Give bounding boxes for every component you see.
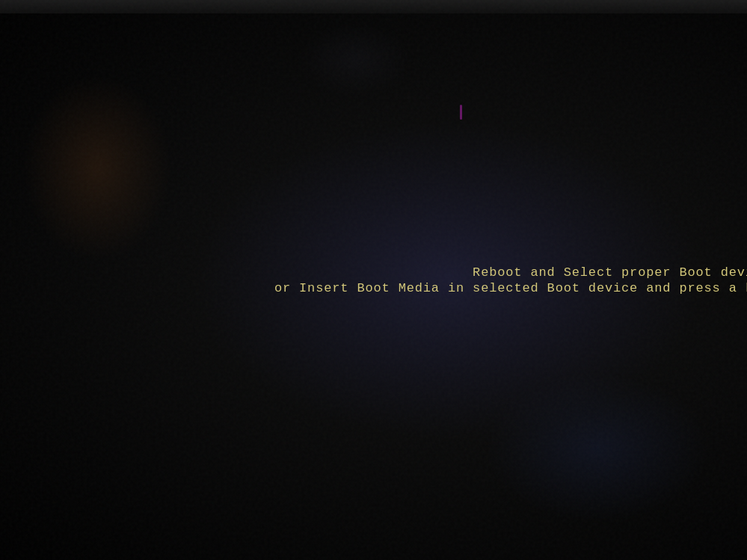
glare-top-center xyxy=(299,22,411,97)
boot-message-line2: or Insert Boot Media in selected Boot de… xyxy=(274,281,747,295)
boot-error-message: Reboot and Select proper Boot device or … xyxy=(274,265,747,295)
glare-left xyxy=(22,75,172,262)
top-bezel xyxy=(0,0,747,13)
purple-accent xyxy=(460,105,462,120)
bios-screen: Reboot and Select proper Boot device or … xyxy=(0,0,747,560)
glare-bottom-right xyxy=(485,373,710,523)
boot-message-line1: Reboot and Select proper Boot device xyxy=(274,265,747,280)
